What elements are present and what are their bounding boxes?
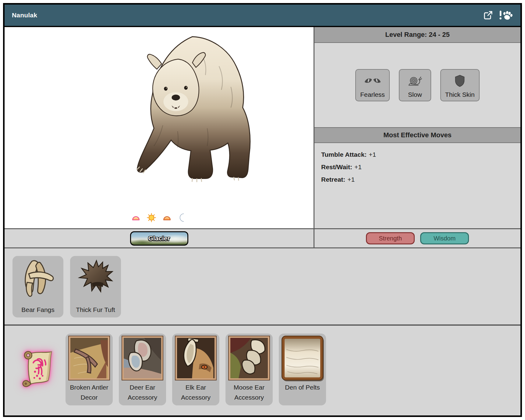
den-of-pelts-art bbox=[282, 336, 323, 380]
snail-icon bbox=[408, 73, 422, 89]
fur-tuft-art bbox=[75, 259, 116, 298]
rewards-section: Broken Antler Decor Deer Ear Accessory bbox=[5, 326, 520, 415]
trait-slow: Slow bbox=[399, 69, 431, 101]
level-range-header: Level Range: 24 - 25 bbox=[314, 27, 520, 43]
main-area: Glacier Level Range: 24 - 25 bbox=[5, 27, 520, 248]
reward-item-den-of-pelts[interactable]: Den of Pelts bbox=[279, 334, 326, 405]
shield-icon bbox=[454, 73, 465, 89]
biome-label: Glacier bbox=[148, 235, 170, 242]
sunrise-icon bbox=[131, 214, 140, 222]
move-modifier: +1 bbox=[354, 163, 362, 170]
stat-strip: Strength Wisdom bbox=[314, 228, 520, 247]
elk-ear-art bbox=[176, 336, 216, 380]
title-bar: Nanulak bbox=[5, 5, 520, 27]
creature-portrait bbox=[5, 27, 314, 228]
moose-ear-art bbox=[229, 336, 269, 380]
drop-item-bear-fangs[interactable]: Bear Fangs bbox=[12, 256, 63, 317]
cat-eyes-icon bbox=[364, 73, 381, 89]
sun-icon bbox=[147, 213, 156, 222]
paw-alert-icon[interactable] bbox=[499, 10, 513, 21]
page-title: Nanulak bbox=[12, 12, 37, 19]
reward-item-label: Deer Ear Accessory bbox=[119, 382, 166, 402]
reward-item-deer-ear-accessory[interactable]: Deer Ear Accessory bbox=[119, 334, 166, 405]
drop-item-label: Bear Fangs bbox=[21, 306, 55, 313]
sunset-icon bbox=[162, 214, 172, 222]
strength-button[interactable]: Strength bbox=[366, 232, 415, 244]
drop-item-thick-fur-tuft[interactable]: Thick Fur Tuft bbox=[70, 256, 121, 317]
wisdom-button[interactable]: Wisdom bbox=[420, 232, 469, 244]
enemy-info-panel: Level Range: 24 - 25 Fearless bbox=[314, 27, 520, 247]
reward-item-label: Broken Antler Decor bbox=[66, 382, 113, 402]
quest-scroll-slot bbox=[14, 334, 59, 405]
move-row: Rest/Wait:+1 bbox=[321, 163, 514, 171]
reward-item-moose-ear-accessory[interactable]: Moose Ear Accessory bbox=[225, 334, 273, 405]
move-name: Tumble Attack: bbox=[321, 151, 367, 158]
bear-fangs-art bbox=[18, 259, 58, 298]
move-name: Retreat: bbox=[321, 176, 345, 183]
external-link-icon[interactable] bbox=[483, 10, 494, 21]
reward-item-broken-antler-decor[interactable]: Broken Antler Decor bbox=[66, 334, 113, 405]
moon-icon bbox=[178, 213, 187, 222]
biome-button-glacier[interactable]: Glacier bbox=[130, 231, 188, 246]
nanulak-bear-illustration bbox=[98, 31, 275, 184]
move-modifier: +1 bbox=[369, 151, 376, 158]
npc-profile-window: Nanulak bbox=[3, 3, 522, 417]
reward-item-label: Den of Pelts bbox=[283, 382, 321, 392]
title-bar-actions bbox=[483, 10, 513, 21]
trait-label: Fearless bbox=[360, 91, 385, 98]
move-modifier: +1 bbox=[347, 176, 355, 183]
effective-moves-list: Tumble Attack:+1 Rest/Wait:+1 Retreat:+1 bbox=[314, 143, 520, 228]
reward-item-label: Elk Ear Accessory bbox=[172, 382, 219, 402]
trait-label: Slow bbox=[408, 91, 422, 98]
reward-item-label: Moose Ear Accessory bbox=[225, 382, 273, 402]
reward-item-elk-ear-accessory[interactable]: Elk Ear Accessory bbox=[172, 334, 219, 405]
trait-thick-skin: Thick Skin bbox=[440, 69, 480, 101]
traits-area: Fearless Slow bbox=[314, 43, 520, 127]
glowing-scroll-icon[interactable] bbox=[18, 349, 56, 390]
trait-label: Thick Skin bbox=[445, 91, 475, 98]
broken-antler-art bbox=[69, 336, 109, 380]
creature-panel: Glacier bbox=[5, 27, 314, 247]
deer-ear-art bbox=[122, 336, 163, 380]
drop-item-label: Thick Fur Tuft bbox=[76, 306, 115, 313]
move-row: Tumble Attack:+1 bbox=[321, 151, 514, 158]
moves-header: Most Effective Moves bbox=[314, 127, 520, 143]
active-times bbox=[131, 213, 187, 222]
trait-fearless: Fearless bbox=[355, 69, 390, 101]
move-name: Rest/Wait: bbox=[321, 163, 352, 170]
biome-strip: Glacier bbox=[5, 228, 314, 247]
drops-section: Bear Fangs Thick Fur Tuft bbox=[5, 248, 520, 326]
move-row: Retreat:+1 bbox=[321, 176, 514, 183]
